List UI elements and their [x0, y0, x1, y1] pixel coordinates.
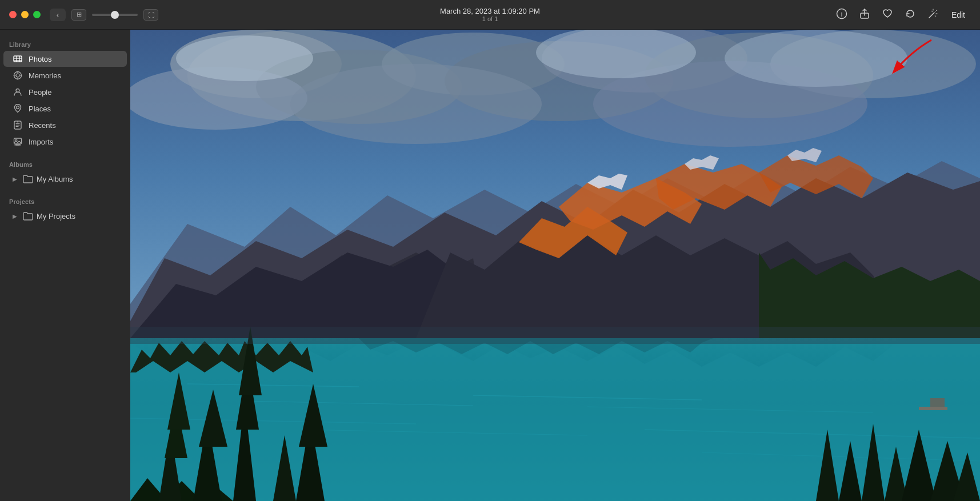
places-icon: [13, 103, 23, 114]
photo-image: [130, 30, 980, 501]
svg-rect-91: [919, 407, 947, 410]
fit-icon: ⛶: [148, 11, 154, 18]
svg-line-5: [935, 10, 937, 11]
rotate-icon: [905, 8, 916, 22]
traffic-lights: [9, 11, 41, 18]
places-label: Places: [29, 105, 51, 113]
photo-display: [130, 30, 980, 501]
svg-text:i: i: [841, 10, 842, 17]
library-section-label: Library: [0, 37, 130, 50]
sidebar-item-recents[interactable]: Recents: [3, 117, 127, 133]
photo-area: [130, 30, 980, 501]
svg-point-43: [176, 35, 313, 81]
titlebar-left: ‹ ⊞ ⛶: [9, 9, 158, 21]
svg-rect-92: [930, 398, 945, 407]
svg-rect-93: [130, 327, 980, 344]
albums-section-label: Albums: [0, 157, 130, 170]
magic-wand-button[interactable]: [923, 6, 943, 23]
expand-arrow-projects-icon: ▶: [13, 213, 19, 219]
svg-line-7: [935, 15, 936, 17]
my-albums-label: My Albums: [37, 175, 73, 183]
photos-label: Photos: [29, 55, 51, 63]
magic-wand-icon: [927, 8, 939, 22]
people-label: People: [29, 88, 51, 97]
sidebar-item-people[interactable]: People: [3, 84, 127, 100]
expand-arrow-icon: ▶: [13, 176, 19, 182]
imports-label: Imports: [29, 138, 53, 146]
people-icon: [13, 87, 23, 97]
minimize-button[interactable]: [21, 11, 29, 18]
photo-date: March 28, 2023 at 1:09:20 PM: [440, 7, 540, 15]
grid-view-button[interactable]: ⊞: [71, 9, 86, 21]
share-button[interactable]: [854, 6, 875, 23]
grid-icon: ⊞: [77, 11, 82, 18]
heart-icon: [882, 8, 893, 22]
fit-view-button[interactable]: ⛶: [143, 9, 158, 21]
sidebar-item-my-projects[interactable]: ▶ My Projects: [3, 208, 127, 224]
memories-label: Memories: [29, 71, 61, 80]
sidebar-item-photos[interactable]: Photos: [3, 51, 127, 67]
share-icon: [859, 8, 870, 22]
titlebar-center: March 28, 2023 at 1:09:20 PM 1 of 1: [440, 7, 540, 22]
folder-icon: [23, 174, 33, 184]
sidebar: Library Photos: [0, 30, 130, 501]
titlebar: ‹ ⊞ ⛶ March 28, 2023 at 1:09:20 PM 1 of …: [0, 0, 980, 30]
imports-icon: [13, 137, 23, 147]
info-icon: i: [836, 8, 847, 22]
view-toggle: ⊞: [71, 9, 86, 21]
projects-section-label: Projects: [0, 194, 130, 207]
sidebar-item-my-albums[interactable]: ▶ My Albums: [3, 171, 127, 187]
svg-point-16: [16, 74, 19, 77]
svg-point-45: [725, 30, 907, 87]
sidebar-item-places[interactable]: Places: [3, 101, 127, 117]
maximize-button[interactable]: [33, 11, 41, 18]
photo-count: 1 of 1: [440, 15, 540, 22]
recents-icon: [13, 120, 23, 130]
main-content: Library Photos: [0, 30, 980, 501]
close-button[interactable]: [9, 11, 17, 18]
zoom-slider[interactable]: [92, 14, 138, 16]
edit-button[interactable]: Edit: [946, 8, 971, 22]
sidebar-item-memories[interactable]: Memories: [3, 67, 127, 83]
info-button[interactable]: i: [831, 6, 852, 23]
svg-point-41: [290, 64, 542, 144]
svg-point-28: [15, 139, 17, 141]
memories-icon: [13, 70, 23, 81]
titlebar-right: i: [831, 6, 971, 23]
chevron-left-icon: ‹: [57, 10, 59, 19]
projects-folder-icon: [23, 211, 33, 221]
svg-point-22: [17, 106, 19, 109]
rotate-button[interactable]: [900, 6, 921, 23]
svg-rect-27: [14, 138, 22, 144]
sidebar-item-imports[interactable]: Imports: [3, 134, 127, 150]
zoom-slider-track[interactable]: [92, 14, 138, 16]
recents-label: Recents: [29, 121, 56, 130]
photos-icon: [13, 54, 23, 64]
favorite-button[interactable]: [877, 6, 898, 23]
svg-line-3: [929, 13, 934, 18]
back-button[interactable]: ‹: [50, 9, 66, 21]
my-projects-label: My Projects: [37, 212, 75, 221]
svg-line-8: [931, 11, 933, 12]
